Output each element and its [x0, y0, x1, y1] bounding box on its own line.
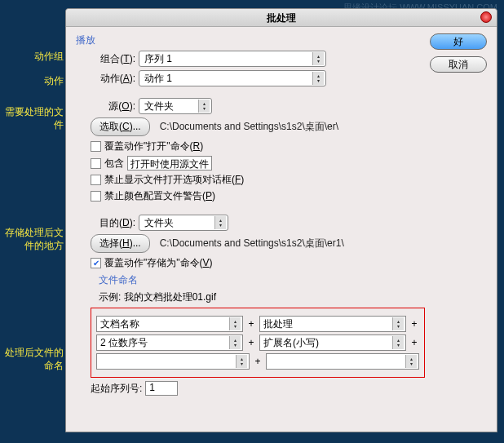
dest-label: 目的(D):: [91, 216, 135, 230]
source-combo[interactable]: 文件夹 ▴▾: [139, 98, 212, 114]
chevron-updown-icon: ▴▾: [214, 216, 226, 229]
name-field-5[interactable]: ▴▾: [96, 353, 250, 370]
plus-icon: +: [409, 337, 419, 348]
source-label: 源(O):: [91, 100, 135, 113]
plus-icon: +: [246, 318, 256, 330]
choose-dest-button[interactable]: 选择(H)...: [91, 234, 150, 253]
include-subfolders-checkbox[interactable]: [91, 158, 101, 169]
chevron-updown-icon: ▴▾: [312, 52, 324, 65]
plus-icon: +: [409, 318, 419, 330]
naming-section-label: 文件命名: [99, 273, 487, 287]
set-label: 组合(T):: [91, 52, 135, 66]
cancel-button[interactable]: 取消: [430, 56, 487, 73]
override-open-label: 覆盖动作"打开"命令(R): [104, 140, 203, 153]
ok-button[interactable]: 好: [430, 33, 487, 50]
titlebar: 批处理: [66, 9, 497, 27]
override-save-checkbox[interactable]: ✔: [91, 258, 101, 268]
include-label: 包含: [104, 157, 124, 171]
name-field-1[interactable]: 文档名称▴▾: [96, 316, 243, 332]
dest-path: C:\Documents and Settings\s1s2\桌面\er1\: [160, 237, 344, 250]
name-field-6[interactable]: ▴▾: [266, 353, 419, 370]
chevron-updown-icon: ▴▾: [392, 317, 404, 330]
anno-action: 动作: [44, 75, 64, 88]
set-combo[interactable]: 序列 1 ▴▾: [139, 51, 326, 67]
chevron-updown-icon: ▴▾: [236, 355, 247, 368]
dest-combo[interactable]: 文件夹 ▴▾: [139, 215, 228, 231]
chevron-updown-icon: ▴▾: [229, 336, 241, 349]
action-label: 动作(A):: [91, 72, 135, 86]
chevron-updown-icon: ▴▾: [312, 72, 324, 85]
choose-source-button[interactable]: 选取(C)...: [91, 117, 150, 136]
dialog-title: 批处理: [267, 12, 296, 24]
chevron-updown-icon: ▴▾: [392, 336, 404, 349]
close-icon[interactable]: [480, 11, 492, 23]
action-combo[interactable]: 动作 1 ▴▾: [139, 70, 326, 86]
start-serial-input[interactable]: 1: [145, 381, 178, 396]
play-section-label: 播放: [76, 33, 487, 47]
batch-dialog: 批处理 好 取消 播放 组合(T): 序列 1 ▴▾ 动作(A): 动作 1 ▴…: [65, 8, 497, 432]
start-serial-label: 起始序列号:: [91, 382, 142, 396]
chevron-updown-icon: ▴▾: [198, 100, 210, 113]
plus-icon: +: [253, 356, 263, 367]
override-open-checkbox[interactable]: [91, 141, 101, 152]
suppress-open-dialog-checkbox[interactable]: [91, 175, 101, 185]
anno-naming: 处理后文件的命名: [2, 347, 64, 372]
name-field-4[interactable]: 扩展名(小写)▴▾: [259, 334, 406, 351]
include-hint: 打开时使用源文件: [127, 156, 212, 171]
name-field-2[interactable]: 批处理▴▾: [259, 316, 406, 332]
suppress-color-label: 禁止颜色配置文件警告(P): [104, 189, 215, 203]
suppress-open-label: 禁止显示文件打开选项对话框(F): [104, 173, 244, 187]
chevron-updown-icon: ▴▾: [405, 355, 417, 368]
override-save-label: 覆盖动作"存储为"命令(V): [104, 256, 213, 270]
name-field-3[interactable]: 2 位数序号▴▾: [96, 334, 243, 351]
chevron-updown-icon: ▴▾: [229, 317, 241, 330]
anno-source: 需要处理的文件: [2, 106, 64, 131]
anno-set: 动作组: [34, 51, 64, 64]
source-path: C:\Documents and Settings\s1s2\桌面\er\: [160, 120, 338, 134]
plus-icon: +: [246, 337, 256, 348]
naming-example: 示例: 我的文档批处理01.gif: [99, 290, 487, 304]
suppress-color-checkbox[interactable]: [91, 191, 101, 202]
naming-grid: 文档名称▴▾ + 批处理▴▾ + 2 位数序号▴▾ + 扩展名(小写)▴▾ + …: [91, 308, 425, 378]
anno-dest: 存储处理后文件的地方: [2, 227, 64, 252]
